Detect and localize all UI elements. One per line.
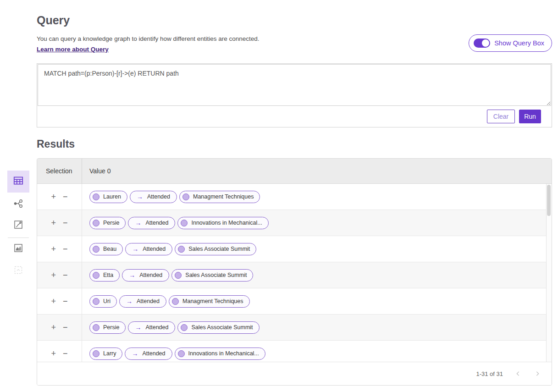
toggle-knob <box>482 39 489 47</box>
edge-chip[interactable]: →Attended <box>128 217 175 229</box>
edge-chip[interactable]: →Attended <box>130 191 177 203</box>
table-scrollbar[interactable] <box>546 184 552 362</box>
arrow-right-icon: → <box>135 220 141 226</box>
remove-selection-button[interactable]: − <box>63 323 68 331</box>
node-chip[interactable]: Managment Techniques <box>179 191 260 203</box>
arrow-right-icon: → <box>129 272 135 278</box>
value-cell: Etta →Attended Sales Associate Summit <box>82 262 552 288</box>
value-cell: Lauren →Attended Managment Techniques <box>82 184 552 210</box>
node-label: Persie <box>103 324 119 331</box>
node-chip[interactable]: Innovations in Mechanical... <box>175 348 265 360</box>
column-header-selection: Selection <box>37 159 82 183</box>
node-label: Beau <box>103 246 116 252</box>
node-chip[interactable]: Innovations in Mechanical... <box>177 217 268 229</box>
link-chart-icon <box>13 198 24 211</box>
arrow-right-icon: → <box>135 324 141 331</box>
selection-cell: + − <box>37 262 82 288</box>
value-cell: Uri →Attended Managment Techniques <box>82 288 552 314</box>
selection-cell: + − <box>37 341 82 362</box>
node-chip[interactable]: Managment Techniques <box>169 295 250 308</box>
node-chip[interactable]: Beau <box>89 243 123 255</box>
show-query-box-toggle[interactable]: Show Query Box <box>469 34 552 52</box>
column-header-value0: Value 0 <box>82 159 552 183</box>
clear-button[interactable]: Clear <box>487 110 515 123</box>
next-page-button[interactable] <box>533 370 541 378</box>
remove-selection-button[interactable]: − <box>63 219 68 227</box>
add-selection-button[interactable]: + <box>51 297 56 305</box>
node-chip[interactable]: Persie <box>89 217 126 229</box>
edge-label: Attended <box>147 193 170 200</box>
add-selection-button[interactable]: + <box>51 271 56 279</box>
map-view-button[interactable] <box>7 243 29 255</box>
selection-cell: + − <box>37 184 82 210</box>
table-header: Selection Value 0 <box>37 159 552 184</box>
add-selection-button[interactable]: + <box>51 349 56 358</box>
results-view-rail <box>7 171 29 283</box>
arrow-right-icon: → <box>132 350 138 357</box>
remove-selection-button[interactable]: − <box>63 297 68 305</box>
edge-chip[interactable]: →Attended <box>119 295 166 308</box>
table-row: + − Uri →Attended Managment Techniques <box>37 288 552 315</box>
node-circle-icon <box>93 350 99 357</box>
run-button[interactable]: Run <box>519 110 541 123</box>
query-actions: Clear Run <box>37 106 552 127</box>
add-selection-button[interactable]: + <box>51 219 56 227</box>
results-table: Selection Value 0 + − Lauren →Attended M… <box>37 158 552 386</box>
remove-selection-button[interactable]: − <box>63 271 68 279</box>
node-label: Sales Associate Summit <box>188 246 250 252</box>
table-row: + − Beau →Attended Sales Associate Summi… <box>37 236 552 262</box>
toggle-switch-icon[interactable] <box>474 39 490 48</box>
query-box: MATCH path=(p:Person)-[r]->(e) RETURN pa… <box>37 63 552 127</box>
selection-cell: + − <box>37 315 82 340</box>
node-circle-icon <box>93 246 99 253</box>
edge-label: Attended <box>137 298 160 304</box>
edge-chip[interactable]: →Attended <box>125 348 172 360</box>
table-view-button[interactable] <box>7 171 29 193</box>
chart-view-button[interactable] <box>7 219 29 232</box>
node-chip[interactable]: Sales Associate Summit <box>175 243 256 255</box>
remove-selection-button[interactable]: − <box>63 245 68 253</box>
node-circle-icon <box>178 246 185 253</box>
node-circle-icon <box>93 272 99 279</box>
link-chart-view-button[interactable] <box>7 198 29 211</box>
node-circle-icon <box>172 298 179 305</box>
node-chip[interactable]: Sales Associate Summit <box>171 269 253 282</box>
node-chip[interactable]: Sales Associate Summit <box>177 321 259 334</box>
value-cell: Persie →Attended Sales Associate Summit <box>82 315 552 340</box>
page-description: You can query a knowledge graph to ident… <box>37 35 260 42</box>
add-selection-button[interactable]: + <box>51 245 56 253</box>
edge-chip[interactable]: →Attended <box>128 321 175 334</box>
selection-cell: + − <box>37 210 82 236</box>
results-title: Results <box>37 138 75 150</box>
node-chip[interactable]: Lauren <box>89 191 127 203</box>
table-icon <box>12 175 24 188</box>
node-circle-icon <box>181 324 188 331</box>
remove-selection-button[interactable]: − <box>63 349 68 358</box>
remove-selection-button[interactable]: − <box>63 193 68 201</box>
table-footer: 1-31 of 31 <box>37 362 552 385</box>
query-input[interactable]: MATCH path=(p:Person)-[r]->(e) RETURN pa… <box>38 64 551 106</box>
edge-chip[interactable]: →Attended <box>125 243 172 255</box>
add-selection-button[interactable]: + <box>51 193 56 201</box>
node-label: Managment Techniques <box>182 298 243 304</box>
previous-page-button[interactable] <box>514 370 522 378</box>
arrow-right-icon: → <box>132 246 138 252</box>
learn-more-link[interactable]: Learn more about Query <box>37 46 109 53</box>
node-label: Sales Associate Summit <box>185 272 247 278</box>
scrollbar-thumb[interactable] <box>547 185 551 216</box>
node-label: Managment Techniques <box>193 193 254 200</box>
value-cell: Larry →Attended Innovations in Mechanica… <box>82 341 552 362</box>
node-label: Persie <box>103 220 119 226</box>
node-chip[interactable]: Larry <box>89 348 122 360</box>
node-label: Uri <box>103 298 110 304</box>
chevron-left-icon <box>515 370 521 377</box>
add-selection-button[interactable]: + <box>51 323 56 331</box>
node-chip[interactable]: Etta <box>89 269 120 282</box>
edge-chip[interactable]: →Attended <box>122 269 169 282</box>
table-row: + − Lauren →Attended Managment Technique… <box>37 184 552 210</box>
table-row: + − Persie →Attended Innovations in Mech… <box>37 210 552 236</box>
node-chip[interactable]: Uri <box>89 295 117 308</box>
node-circle-icon <box>93 324 99 331</box>
chevron-right-icon <box>534 370 541 377</box>
node-chip[interactable]: Persie <box>89 321 126 334</box>
